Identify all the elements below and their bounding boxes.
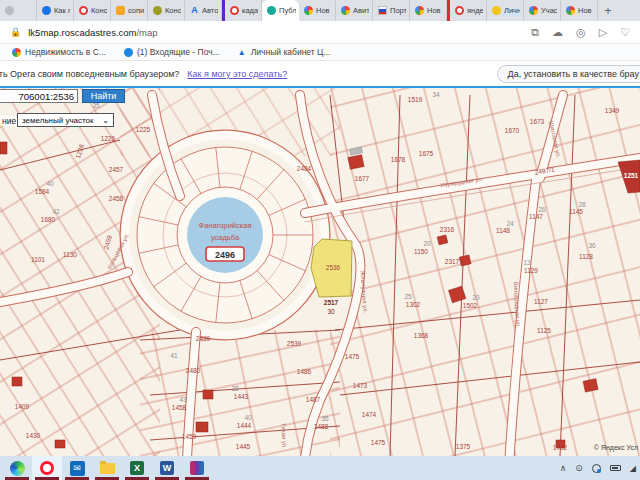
browser-tab-10[interactable]: Порт (373, 0, 410, 21)
tray-chevron-icon[interactable]: ∧ (560, 463, 567, 473)
address-actions: ⧉☁◎▷♡ (531, 26, 630, 39)
browser-tab-1[interactable]: Как п (37, 0, 74, 21)
parcel-label: 1430 (26, 432, 41, 439)
tab-label: Как п (54, 6, 70, 15)
taskbar-edge-icon[interactable] (2, 456, 32, 480)
parcel-label: 1519 (408, 96, 423, 103)
taskbar-word-icon[interactable]: W (152, 456, 182, 480)
system-tray[interactable]: ∧ ⊙ ◢ (560, 463, 640, 473)
parcel-label: 35 (321, 415, 329, 422)
new-tab-button[interactable]: + (598, 0, 618, 21)
parcel-label: 1128 (579, 253, 593, 260)
tab-label: Нов (427, 6, 441, 15)
bookmark-2[interactable]: ▲Личный кабинет Ц... (238, 47, 331, 57)
parcel-label: 42 (52, 208, 60, 215)
set-default-browser-button[interactable]: Да, установить в качестве брау (497, 65, 640, 83)
parcel-label: 1445 (236, 443, 251, 450)
browser-tab-4[interactable]: Конс (148, 0, 185, 21)
address-bar[interactable]: 🔒 lk5map.roscadastres.com/map ⧉☁◎▷♡ (0, 21, 640, 44)
tab-label: Нов (578, 6, 592, 15)
browser-tab-15[interactable]: Нов (561, 0, 598, 21)
map-attribution: © Яндекс Усл (594, 444, 638, 451)
browser-tab-14[interactable]: Учас (524, 0, 561, 21)
browser-tab-0[interactable] (0, 0, 37, 21)
url-text[interactable]: lk5map.roscadastres.com/map (28, 27, 157, 38)
screen: Фанагорийская усадьба 2496 Изумрудная ул… (0, 0, 640, 480)
parcel-label: 2317 (445, 258, 460, 265)
street-label: Тихая ул. (281, 423, 288, 450)
default-browser-prompt: ать Opera своим повседневным браузером? … (0, 61, 640, 86)
parcel-label: 40 (244, 414, 252, 421)
search-button[interactable]: Найти (82, 89, 125, 103)
taskbar-winrar-icon[interactable] (182, 456, 212, 480)
browser-tab-6[interactable]: када (225, 0, 262, 21)
parcel-label: 13 (523, 259, 531, 266)
bookmark-label: Личный кабинет Ц... (251, 47, 331, 57)
taskbar-excel-icon[interactable]: X (122, 456, 152, 480)
page-divider (0, 86, 640, 88)
parcel-label: 2458 (109, 195, 124, 202)
parcel-label: 1225 (136, 126, 151, 133)
prompt-help-link[interactable]: Как я могу это сделать? (187, 69, 287, 79)
svg-text:2496: 2496 (215, 250, 235, 260)
browser-tab-bar: Как пКонссопиКонсAАвтокадаПубличнНовАвит… (0, 0, 640, 21)
parcel-label: 30 (327, 308, 335, 315)
estate-label-line2: усадьба (211, 233, 240, 242)
parcel-label: 2539 (287, 340, 302, 347)
network-globe-icon[interactable] (592, 464, 601, 473)
parcel-label: 1125 (537, 327, 551, 334)
bookmark-label: Недвижимость в С... (25, 47, 106, 57)
heart-icon[interactable]: ♡ (620, 26, 630, 39)
parcel-label: 1475 (371, 439, 386, 446)
parcel-label: 1473 (353, 382, 368, 389)
tab-favicon (116, 6, 125, 15)
parcel-label: 1702 (553, 444, 568, 451)
browser-tab-7[interactable]: Публичн (262, 0, 299, 21)
parcel-label: 1444 (237, 422, 252, 429)
taskbar-mail-icon[interactable]: ✉ (62, 456, 92, 480)
tray-clock-icon[interactable]: ⊙ (575, 463, 583, 473)
tab-favicon (341, 6, 350, 15)
browser-tab-13[interactable]: Личн (487, 0, 524, 21)
parcel-label: 1678 (391, 156, 406, 163)
parcel-label: 2457 (109, 166, 124, 173)
battery-icon[interactable] (610, 465, 621, 471)
tab-favicon (230, 6, 239, 15)
wifi-icon[interactable]: ◢ (630, 464, 636, 473)
parcel-label: 26 (538, 206, 546, 213)
browser-tab-8[interactable]: Нов (299, 0, 336, 21)
target-icon[interactable]: ◎ (576, 26, 586, 39)
bookmark-0[interactable]: Недвижимость в С... (12, 47, 106, 57)
parcel-label: 28 (578, 201, 586, 208)
browser-tab-11[interactable]: Нов (410, 0, 447, 21)
browser-tab-5[interactable]: AАвто (185, 0, 222, 21)
browser-tab-3[interactable]: сопи (111, 0, 148, 21)
parcel-label: 1147 (529, 213, 543, 220)
taskbar-opera-icon[interactable] (32, 456, 62, 480)
taskbar-explorer-icon[interactable] (92, 456, 122, 480)
tab-favicon (415, 6, 424, 15)
bookmark-1[interactable]: (1) Входящие - Поч... (124, 47, 220, 57)
parcel-label: 1150 (414, 248, 428, 255)
tab-favicon (304, 6, 313, 15)
parcel-label: 1487 (306, 396, 321, 403)
parcel-label: 1375 (456, 443, 471, 450)
cadastral-search-input[interactable]: 706001:2536 (0, 89, 78, 103)
tab-favicon (455, 6, 464, 15)
parcel-label: 1673 (530, 118, 545, 125)
browser-tab-12[interactable]: янде (450, 0, 487, 21)
tab-favicon (529, 6, 538, 15)
parcel-label: 20 (423, 240, 431, 247)
object-type-select[interactable]: земельный участок ⌄ (17, 113, 114, 127)
browser-tab-2[interactable]: Конс (74, 0, 111, 21)
parcel-label: 2517 (324, 299, 339, 306)
cloud-icon[interactable]: ☁ (552, 26, 563, 39)
parcel-label: 20 (472, 294, 480, 301)
browser-tab-9[interactable]: Авит (336, 0, 373, 21)
share-icon[interactable]: ⧉ (531, 26, 539, 39)
parcel-label: 1677 (355, 175, 370, 182)
estate-label-line1: Фанагорийская (199, 221, 252, 230)
tab-favicon (378, 6, 387, 15)
send-icon[interactable]: ▷ (599, 26, 607, 39)
parcel-label: 1302 (406, 301, 421, 308)
